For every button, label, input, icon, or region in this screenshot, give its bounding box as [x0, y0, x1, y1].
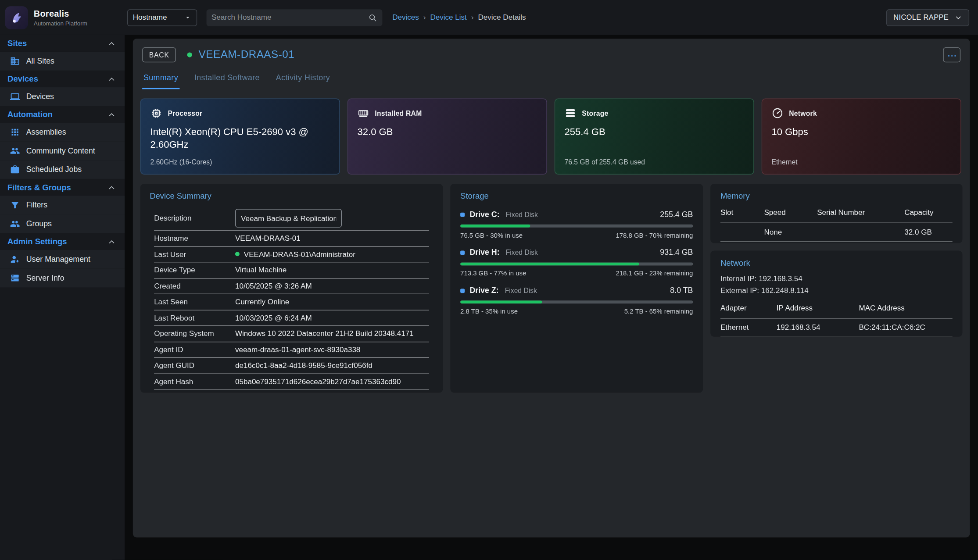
row-label: Device Type	[154, 266, 235, 275]
sidebar-item-scheduled-jobs[interactable]: Scheduled Jobs	[0, 160, 125, 179]
sidebar-item-user-management[interactable]: User Management	[0, 250, 125, 269]
internal-ip: Internal IP: 192.168.3.54	[720, 273, 953, 285]
breadcrumb-current: Device Details	[478, 13, 526, 22]
description-input[interactable]	[235, 209, 342, 228]
sidebar-item-label: Community Content	[26, 146, 95, 155]
drive-remaining-label: 5.2 TB - 65% remaining	[624, 307, 693, 315]
row-label: Last Reboot	[154, 314, 235, 322]
sidebar-section-filters-groups[interactable]: Filters & Groups	[0, 179, 125, 196]
drive-usage-fill	[460, 300, 542, 303]
section-label-devices: Devices	[7, 74, 38, 83]
tab-installed-software[interactable]: Installed Software	[193, 71, 261, 89]
drive-used-label: 2.8 TB - 35% in use	[460, 307, 518, 315]
drive-size: 255.4 GB	[660, 210, 693, 219]
more-options-button[interactable]: ⋯	[943, 47, 960, 62]
hostname-filter-dropdown[interactable]: Hostname	[127, 9, 197, 26]
sidebar-item-label: Assemblies	[26, 128, 66, 136]
brand-subtitle: Automation Platform	[34, 20, 87, 27]
sidebar-item-devices[interactable]: Devices	[0, 87, 125, 106]
back-button[interactable]: BACK	[142, 47, 176, 62]
memory-header-serial: Serial Number	[817, 208, 904, 217]
scheduled-jobs-icon	[10, 164, 20, 175]
memory-header-capacity: Capacity	[904, 208, 952, 217]
drive-icon	[460, 212, 465, 217]
sidebar-item-label: User Management	[26, 255, 90, 264]
search-icon[interactable]	[368, 13, 377, 22]
row-value: VEEAM-DRAAS-01\Administrator	[244, 250, 355, 259]
device-summary-card: Device Summary Description Hostname VEEA…	[140, 184, 443, 392]
drive-type: Fixed Disk	[505, 287, 537, 294]
drive-icon	[460, 250, 465, 255]
filter-icon	[10, 200, 20, 210]
summary-row-hostname: Hostname VEEAM-DRAAS-01	[154, 231, 429, 246]
user-online-icon	[235, 252, 240, 257]
storage-subtitle: 76.5 GB of 255.4 GB used	[565, 158, 744, 166]
stat-label: Storage	[582, 109, 608, 117]
network-header-mac: MAC Address	[859, 304, 952, 313]
sidebar-item-assemblies[interactable]: Assemblies	[0, 123, 125, 142]
breadcrumb-separator-icon: ›	[423, 13, 426, 22]
sidebar-item-all-sites[interactable]: All Sites	[0, 52, 125, 71]
drive-z-block: Drive Z: Fixed Disk 8.0 TB 2.8 TB - 35% …	[460, 286, 693, 314]
breadcrumb-device-list[interactable]: Device List	[430, 13, 466, 22]
drive-used-label: 76.5 GB - 30% in use	[460, 231, 523, 239]
drive-name: Drive H:	[469, 248, 499, 257]
ram-value: 32.0 GB	[358, 126, 532, 139]
sidebar-section-automation[interactable]: Automation	[0, 106, 125, 123]
memory-slot	[720, 228, 764, 236]
breadcrumb: Devices › Device List › Device Details	[392, 13, 526, 22]
installed-ram-card: Installed RAM 32.0 GB	[347, 99, 547, 175]
network-header-adapter: Adapter	[720, 304, 777, 313]
chevron-up-icon	[107, 110, 116, 119]
summary-row-description: Description	[154, 206, 429, 231]
search-input[interactable]	[211, 13, 368, 22]
groups-icon	[10, 219, 20, 229]
breadcrumb-devices[interactable]: Devices	[392, 13, 419, 22]
tab-summary[interactable]: Summary	[142, 71, 179, 89]
chevron-down-icon	[954, 14, 962, 21]
summary-row-agent-guid: Agent GUID de16c0c1-8aa2-4d18-9585-9ce91…	[154, 358, 429, 374]
sidebar-item-label: All Sites	[26, 57, 54, 65]
sidebar-item-server-info[interactable]: Server Info	[0, 269, 125, 288]
row-value: VEEAM-DRAAS-01	[235, 234, 301, 243]
top-bar: Borealis Automation Platform Hostname De…	[0, 0, 978, 35]
row-label: Description	[154, 214, 235, 222]
storage-card: Storage 255.4 GB 76.5 GB of 255.4 GB use…	[555, 99, 754, 175]
summary-row-last-seen: Last Seen Currently Online	[154, 294, 429, 310]
sidebar-section-devices[interactable]: Devices	[0, 71, 125, 87]
section-label-automation: Automation	[7, 110, 53, 119]
sidebar-item-groups[interactable]: Groups	[0, 214, 125, 233]
drive-h-block: Drive H: Fixed Disk 931.4 GB 713.3 GB - …	[460, 248, 693, 277]
row-value: Virtual Machine	[235, 266, 287, 275]
processor-value: Intel(R) Xeon(R) CPU E5-2690 v3 @ 2.60GH…	[150, 126, 325, 151]
sidebar-section-admin-settings[interactable]: Admin Settings	[0, 233, 125, 250]
processor-card: Processor Intel(R) Xeon(R) CPU E5-2690 v…	[140, 99, 340, 175]
drive-name: Drive C:	[469, 210, 499, 219]
sidebar: Sites All Sites Devices Devices Au	[0, 35, 125, 560]
sidebar-item-community-content[interactable]: Community Content	[0, 142, 125, 161]
row-label: Operating System	[154, 329, 235, 338]
summary-row-last-user: Last User VEEAM-DRAAS-01\Administrator	[154, 246, 429, 262]
summary-row-last-reboot: Last Reboot 10/03/2025 @ 6:24 AM	[154, 310, 429, 326]
processor-subtitle: 2.60GHz (16-Cores)	[150, 158, 330, 166]
drive-usage-bar	[460, 225, 693, 228]
row-value: Windows 10 2022 Datacenter 21H2 Build 20…	[235, 329, 414, 338]
row-value: 10/05/2025 @ 3:26 AM	[235, 282, 312, 290]
row-label: Agent Hash	[154, 377, 235, 386]
memory-header-slot: Slot	[720, 208, 764, 217]
row-label: Last Seen	[154, 297, 235, 306]
network-table-row: Ethernet 192.168.3.54 BC:24:11:CA:C6:2C	[720, 319, 953, 338]
sidebar-item-label: Server Info	[26, 274, 64, 282]
sidebar-item-filters[interactable]: Filters	[0, 196, 125, 214]
devices-icon	[10, 92, 20, 102]
sidebar-section-sites[interactable]: Sites	[0, 35, 125, 52]
user-menu-button[interactable]: NICOLE RAPPE	[887, 9, 970, 26]
caret-down-icon	[184, 14, 191, 21]
sidebar-item-label: Groups	[26, 219, 52, 228]
network-mac: BC:24:11:CA:C6:2C	[859, 323, 952, 332]
search-box[interactable]	[207, 9, 383, 26]
tab-activity-history[interactable]: Activity History	[275, 71, 331, 89]
drive-size: 8.0 TB	[670, 286, 693, 295]
storage-value: 255.4 GB	[565, 126, 739, 139]
memory-speed: None	[764, 228, 817, 236]
